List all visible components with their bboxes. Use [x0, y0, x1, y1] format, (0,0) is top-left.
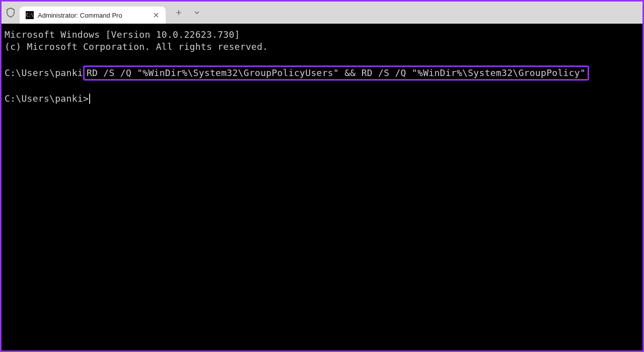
terminal-output[interactable]: Microsoft Windows [Version 10.0.22623.73…	[2, 24, 642, 110]
version-line: Microsoft Windows [Version 10.0.22623.73…	[5, 29, 639, 41]
command-line-1: C:\Users\pankiRD /S /Q "%WinDir%\System3…	[5, 65, 639, 81]
tab-actions	[170, 2, 206, 24]
cursor	[89, 94, 90, 104]
tab-title: Administrator: Command Pro	[38, 12, 148, 19]
copyright-line: (c) Microsoft Corporation. All rights re…	[5, 41, 639, 53]
tab-dropdown-button[interactable]	[188, 5, 206, 20]
titlebar: C:\ Administrator: Command Pro	[2, 2, 642, 24]
prompt: C:\Users\panki>	[5, 93, 89, 104]
prompt-prefix: C:\Users\panki	[5, 67, 83, 78]
highlighted-command: RD /S /Q "%WinDir%\System32\GroupPolicyU…	[83, 65, 589, 81]
command-line-2: C:\Users\panki>	[5, 93, 639, 105]
close-icon[interactable]	[152, 11, 161, 20]
shield-icon	[6, 7, 16, 18]
new-tab-button[interactable]	[170, 5, 188, 20]
cmd-icon: C:\	[26, 11, 34, 19]
active-tab[interactable]: C:\ Administrator: Command Pro	[20, 7, 166, 24]
